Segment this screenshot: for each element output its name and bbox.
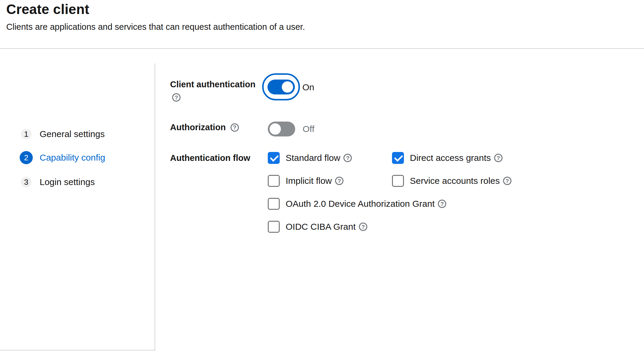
auth-flow-option-service-accounts-roles: Service accounts roles ? xyxy=(392,175,511,187)
authentication-flow-options: Standard flow ? Direct access grants ? I… xyxy=(268,152,511,233)
auth-flow-option-implicit-flow: Implicit flow ? xyxy=(268,175,392,187)
authorization-toggle[interactable] xyxy=(268,122,295,136)
step-label: Capability config xyxy=(40,153,105,163)
authorization-label-row: Authorization ? xyxy=(170,122,239,132)
auth-flow-option-oauth-2-0-device-authorization-grant: OAuth 2.0 Device Authorization Grant ? xyxy=(268,198,511,210)
question-circle-icon[interactable]: ? xyxy=(503,177,511,185)
page-subtitle: Clients are applications and services th… xyxy=(6,22,305,32)
question-circle-icon[interactable]: ? xyxy=(335,177,343,185)
question-circle-icon[interactable]: ? xyxy=(494,154,503,162)
step-label: Login settings xyxy=(40,177,95,187)
checkbox[interactable] xyxy=(268,175,280,187)
question-circle-icon[interactable]: ? xyxy=(172,93,181,102)
toggle-knob xyxy=(270,123,281,135)
question-circle-icon[interactable]: ? xyxy=(359,223,367,231)
page-title: Create client xyxy=(6,1,89,17)
wizard-step-capability-config[interactable]: 2 Capability config xyxy=(20,151,105,164)
wizard-step-general-settings[interactable]: 1 General settings xyxy=(21,129,105,139)
auth-flow-option-direct-access-grants: Direct access grants ? xyxy=(392,152,511,164)
checkbox-label: OAuth 2.0 Device Authorization Grant xyxy=(286,199,435,209)
authorization-state: Off xyxy=(303,124,314,134)
checkbox[interactable] xyxy=(268,152,280,164)
question-circle-icon[interactable]: ? xyxy=(343,154,352,162)
client-authentication-state: On xyxy=(302,82,314,92)
checkbox-label: Direct access grants xyxy=(410,153,491,163)
step-label: General settings xyxy=(40,129,105,139)
checkbox[interactable] xyxy=(392,152,404,164)
capability-config-form: Client authentication ? On Authorization… xyxy=(155,49,644,351)
step-number-badge: 2 xyxy=(20,151,33,164)
wizard-nav-bottom-border xyxy=(0,350,155,350)
step-number-badge: 3 xyxy=(21,177,32,187)
auth-flow-option-oidc-ciba-grant: OIDC CIBA Grant ? xyxy=(268,221,511,233)
toggle-knob xyxy=(282,81,293,93)
checkbox[interactable] xyxy=(268,221,280,233)
checkbox[interactable] xyxy=(268,198,280,210)
client-authentication-label: Client authentication xyxy=(170,80,256,89)
wizard-step-login-settings[interactable]: 3 Login settings xyxy=(21,177,95,187)
wizard-nav: 1 General settings 2 Capability config 3… xyxy=(0,49,155,351)
checkbox[interactable] xyxy=(392,175,404,187)
auth-flow-option-standard-flow: Standard flow ? xyxy=(268,152,392,164)
checkbox-label: Standard flow xyxy=(286,153,340,163)
authorization-label: Authorization xyxy=(170,122,226,132)
step-number-badge: 1 xyxy=(21,129,32,139)
checkbox-label: Service accounts roles xyxy=(410,176,500,186)
checkbox-label: OIDC CIBA Grant xyxy=(286,222,356,232)
create-client-page: Create client Clients are applications a… xyxy=(0,0,644,351)
question-circle-icon[interactable]: ? xyxy=(231,123,239,132)
checkbox-label: Implicit flow xyxy=(286,176,332,186)
client-authentication-toggle[interactable] xyxy=(262,73,300,100)
question-circle-icon[interactable]: ? xyxy=(438,200,446,208)
authentication-flow-label: Authentication flow xyxy=(170,153,250,163)
toggle-switch[interactable] xyxy=(267,80,295,94)
